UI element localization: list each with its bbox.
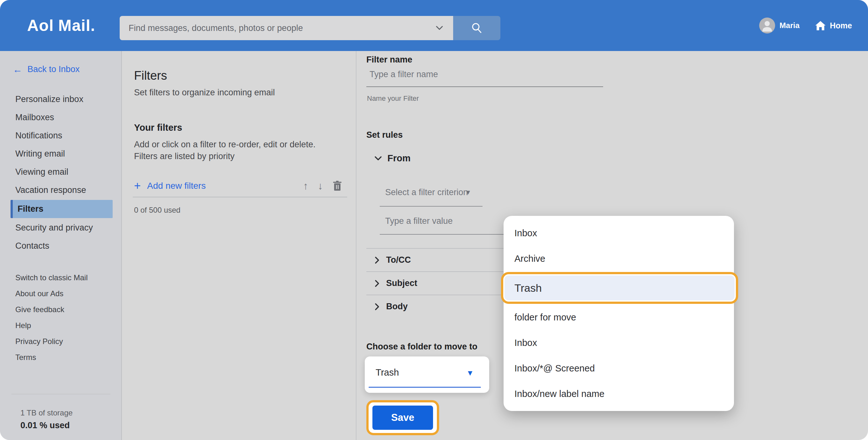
back-to-inbox-label: Back to Inbox [27, 64, 80, 74]
folder-select-value: Trash [376, 367, 399, 378]
trash-icon [333, 180, 342, 191]
your-filters-description: Add or click on a filter to re-order, ed… [134, 139, 335, 162]
filter-name-label: Filter name [366, 55, 412, 65]
criterion-underline [380, 206, 483, 207]
filter-criterion-select[interactable]: Select a filter criterion [385, 188, 468, 197]
sidebar-item-mailboxes[interactable]: Mailboxes [0, 108, 121, 127]
rule-subject-header[interactable]: Subject [366, 271, 507, 295]
filters-usage-count: 0 of 500 used [134, 206, 356, 214]
folder-option-inbox-new-label-name-6[interactable]: Inbox/new label name [503, 381, 734, 407]
sidebar-item-filters[interactable]: Filters [10, 200, 113, 218]
save-highlight-ring: Save [366, 400, 439, 435]
plus-icon: + [134, 180, 141, 192]
storage-total: 1 TB of storage [21, 408, 121, 417]
rule-body-label: Body [386, 302, 408, 311]
collapsed-rules: To/CC Subject Body [366, 248, 507, 318]
search-bar: Find messages, documents, photos or peop… [120, 16, 500, 40]
page-title: Filters [134, 69, 356, 82]
rule-from-label: From [388, 153, 411, 164]
filters-divider [133, 197, 347, 197]
page-subtitle: Set filters to organize incoming email [134, 88, 356, 98]
filters-toolbar: + Add new filters ↑ ↓ [134, 180, 342, 192]
sidebar-item-notifications[interactable]: Notifications [0, 127, 121, 145]
folder-select-underline [369, 387, 481, 388]
rule-body-header[interactable]: Body [366, 295, 507, 318]
sidebar-link-privacy-policy[interactable]: Privacy Policy [0, 334, 121, 349]
sidebar-link-terms[interactable]: Terms [0, 349, 121, 365]
back-arrow-icon: ← [13, 65, 22, 74]
settings-sidebar: ← Back to Inbox Personalize inboxMailbox… [0, 51, 122, 440]
save-button[interactable]: Save [372, 406, 433, 430]
aol-mail-settings-window: Aol Mail. Find messages, documents, phot… [0, 0, 868, 440]
criterion-caret-icon[interactable]: ▼ [465, 189, 471, 196]
storage-used: 0.01 % used [21, 420, 121, 431]
sidebar-item-security-and-privacy[interactable]: Security and privacy [0, 219, 121, 237]
folder-option-inbox-screened-5[interactable]: Inbox/*@ Screened [503, 356, 734, 381]
folder-select-caret-icon: ▼ [466, 369, 474, 377]
settings-nav: Personalize inboxMailboxesNotificationsW… [0, 90, 121, 255]
aol-mail-logo[interactable]: Aol Mail. [27, 0, 95, 51]
search-icon [470, 22, 483, 34]
main-content: ← Back to Inbox Personalize inboxMailbox… [0, 51, 868, 440]
folder-option-inbox-0[interactable]: Inbox [503, 220, 734, 246]
rule-tocc-header[interactable]: To/CC [366, 248, 507, 271]
sidebar-link-switch-to-classic-mail[interactable]: Switch to classic Mail [0, 270, 121, 286]
your-filters-heading: Your filters [134, 123, 356, 133]
brand-mail: Mail. [58, 16, 95, 35]
sidebar-item-writing-email[interactable]: Writing email [0, 145, 121, 163]
add-new-filters-link[interactable]: Add new filters [147, 181, 206, 191]
rule-subject-label: Subject [386, 278, 417, 288]
value-underline [380, 234, 509, 235]
filters-panel: Filters Set filters to organize incoming… [122, 51, 356, 440]
move-filter-down-button[interactable]: ↓ [318, 181, 323, 191]
sidebar-link-give-feedback[interactable]: Give feedback [0, 302, 121, 317]
rule-tocc-label: To/CC [386, 255, 411, 265]
sidebar-item-contacts[interactable]: Contacts [0, 237, 121, 255]
app-header: Aol Mail. Find messages, documents, phot… [0, 0, 868, 51]
avatar [759, 18, 775, 33]
home-label: Home [830, 21, 852, 30]
home-icon [815, 21, 826, 31]
delete-filter-button[interactable] [333, 180, 342, 191]
folder-select[interactable]: Trash ▼ [365, 357, 489, 393]
header-right: Maria Home [759, 0, 868, 51]
filter-name-underline [366, 87, 603, 87]
sidebar-link-about-our-ads[interactable]: About our Ads [0, 286, 121, 302]
filter-name-helper: Name your Filter [367, 94, 419, 103]
search-placeholder: Find messages, documents, photos or peop… [129, 23, 435, 33]
rule-from-header[interactable]: From [374, 153, 411, 164]
sidebar-item-vacation-response[interactable]: Vacation response [0, 181, 121, 199]
back-to-inbox-link[interactable]: ← Back to Inbox [13, 64, 121, 74]
home-button[interactable]: Home [815, 21, 852, 31]
chevron-right-icon [374, 279, 380, 287]
storage-info: 1 TB of storage 0.01 % used [0, 394, 121, 431]
sidebar-item-viewing-email[interactable]: Viewing email [0, 163, 121, 181]
set-rules-label: Set rules [366, 130, 403, 140]
move-filter-up-button[interactable]: ↑ [303, 181, 308, 191]
chevron-down-icon [374, 156, 382, 161]
folder-dropdown-menu: InboxArchiveTrashfolder for moveInboxInb… [503, 216, 734, 411]
brand-aol: Aol [27, 16, 54, 35]
chevron-right-icon [374, 303, 380, 311]
user-menu[interactable]: Maria [759, 18, 800, 33]
sidebar-footer-links: Switch to classic MailAbout our AdsGive … [0, 270, 121, 365]
sidebar-item-personalize-inbox[interactable]: Personalize inbox [0, 90, 121, 108]
sidebar-link-help[interactable]: Help [0, 317, 121, 334]
choose-folder-label: Choose a folder to move to [366, 342, 477, 352]
folder-option-folder-for-move-3[interactable]: folder for move [503, 304, 734, 330]
chevron-right-icon [374, 256, 380, 264]
user-name: Maria [780, 21, 800, 30]
search-button[interactable] [453, 16, 500, 40]
folder-option-trash-2[interactable]: Trash [501, 272, 738, 304]
filter-value-input[interactable]: Type a filter value [385, 216, 453, 226]
search-scope-chevron-icon[interactable] [435, 25, 443, 31]
folder-option-inbox-4[interactable]: Inbox [503, 330, 734, 356]
search-input[interactable]: Find messages, documents, photos or peop… [120, 16, 453, 40]
filter-name-input[interactable]: Type a filter name [370, 69, 438, 79]
folder-option-archive-1[interactable]: Archive [503, 246, 734, 271]
